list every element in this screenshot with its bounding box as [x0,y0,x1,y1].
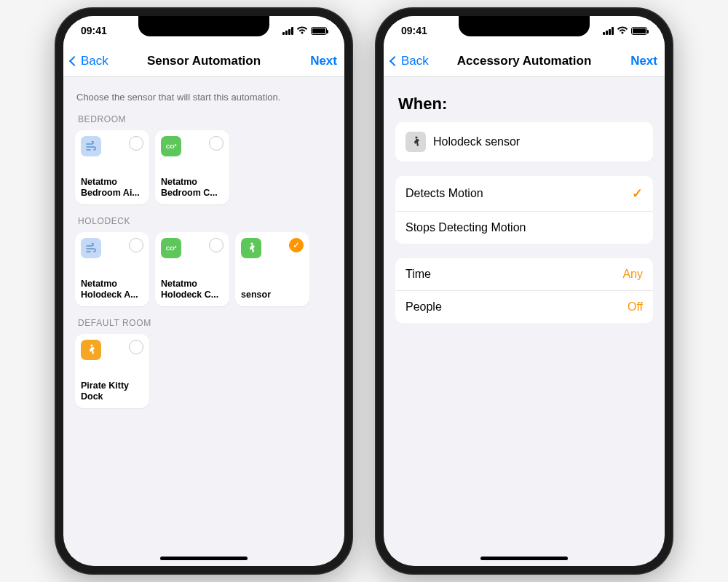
phone-right: 09:41 Back Accessory Automation Next Whe… [375,7,673,575]
wifi-icon [296,26,308,35]
sensor-row[interactable]: Holodeck sensor [395,122,653,162]
battery-icon [311,27,327,35]
content: Choose the sensor that will start this a… [63,77,344,566]
battery-icon [631,27,647,35]
section-header-holodeck: HOLODECK [78,216,330,226]
co2-icon: CO² [161,136,181,156]
status-time: 09:41 [81,25,107,36]
stops-motion-row[interactable]: Stops Detecting Motion [395,212,653,244]
cellular-icon [282,27,293,35]
sensor-tile[interactable]: CO² Netatmo Bedroom C... [155,130,229,204]
radio-unselected[interactable] [209,136,223,151]
sensor-tile[interactable]: Pirate Kitty Dock [75,334,149,408]
home-indicator[interactable] [480,557,568,560]
row-value: Any [622,268,643,281]
section-header-default: DEFAULT ROOM [78,318,330,328]
sensor-tile[interactable]: CO² Netatmo Holodeck C... [155,232,229,306]
tile-label: Netatmo Holodeck C... [161,279,223,300]
sensor-tile[interactable]: ✓ sensor [235,232,309,306]
radio-selected[interactable]: ✓ [289,238,304,252]
tile-label: Netatmo Bedroom Ai... [81,177,143,199]
tile-label: Netatmo Bedroom C... [161,177,223,199]
motion-icon [81,340,101,360]
home-indicator[interactable] [160,557,248,560]
tile-label: sensor [241,290,304,300]
page-title: Sensor Automation [147,54,261,68]
row-label: Stops Detecting Motion [405,221,526,234]
motion-icon [405,132,426,152]
checkmark-icon: ✓ [632,186,643,202]
content: When: Holodeck sensor Detects Motion ✓ [384,77,665,566]
wifi-icon [617,26,628,35]
phone-left: 09:41 Back Sensor Automation Next Choose… [55,7,353,575]
motion-icon [241,238,261,258]
page-title: Accessory Automation [457,54,592,68]
chevron-left-icon [69,55,79,65]
radio-unselected[interactable] [129,136,143,151]
svg-point-2 [415,136,417,138]
back-button[interactable]: Back [391,54,429,68]
svg-point-1 [90,344,92,346]
sensor-tile[interactable]: Netatmo Bedroom Ai... [75,130,149,204]
tile-label: Netatmo Holodeck A... [81,279,143,300]
tile-label: Pirate Kitty Dock [81,380,143,402]
svg-point-0 [250,242,253,244]
status-indicators [603,26,647,35]
trigger-group: Detects Motion ✓ Stops Detecting Motion [395,176,653,244]
status-time: 09:41 [401,25,427,36]
detects-motion-row[interactable]: Detects Motion ✓ [395,176,653,212]
notch [138,16,269,36]
notch [459,16,590,36]
people-row[interactable]: People Off [395,291,653,323]
subtitle: Choose the sensor that will start this a… [76,92,331,103]
back-button[interactable]: Back [71,54,108,68]
section-header-bedroom: BEDROOM [78,114,330,124]
sensor-group: Holodeck sensor [395,122,653,162]
row-label: Detects Motion [405,187,483,200]
when-heading: When: [398,95,650,113]
status-indicators [282,26,327,35]
row-value: Off [628,300,643,314]
back-label: Back [401,54,429,68]
sensor-name: Holodeck sensor [433,135,520,148]
conditions-group: Time Any People Off [395,258,653,323]
chevron-left-icon [389,55,400,65]
air-quality-icon [81,136,101,156]
co2-icon: CO² [161,238,181,258]
sensor-tile[interactable]: Netatmo Holodeck A... [75,232,149,306]
cellular-icon [603,27,614,35]
row-label: People [405,300,442,314]
air-quality-icon [81,238,101,258]
nav-bar: Back Sensor Automation Next [63,45,344,77]
time-row[interactable]: Time Any [395,258,653,291]
row-label: Time [405,268,431,281]
back-label: Back [81,54,108,68]
radio-unselected[interactable] [209,238,223,252]
nav-bar: Back Accessory Automation Next [384,45,665,77]
next-button[interactable]: Next [630,54,657,68]
radio-unselected[interactable] [129,340,143,354]
radio-unselected[interactable] [129,238,143,252]
next-button[interactable]: Next [310,54,337,68]
